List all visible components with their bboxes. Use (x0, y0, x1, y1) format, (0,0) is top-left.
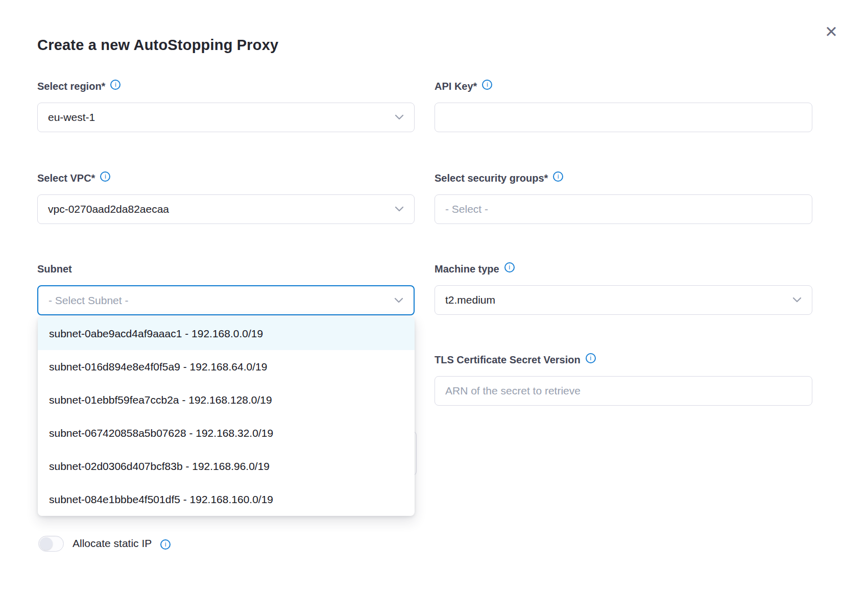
info-icon[interactable]: i (110, 80, 120, 90)
machine-type-field: Machine type i t2.medium (435, 262, 812, 315)
subnet-option[interactable]: subnet-067420858a5b07628 - 192.168.32.0/… (38, 416, 415, 450)
machine-type-select[interactable]: t2.medium (435, 285, 812, 315)
subnet-select[interactable]: - Select Subnet - (37, 285, 415, 315)
allocate-static-ip-toggle[interactable] (38, 536, 64, 552)
info-icon[interactable]: i (482, 80, 492, 90)
vpc-field: Select VPC* i vpc-0270aad2da82aecaa (37, 171, 415, 224)
vpc-label: Select VPC* (37, 171, 95, 185)
region-label: Select region* (37, 80, 105, 93)
subnet-label: Subnet (37, 262, 72, 276)
allocate-static-ip-row: Allocate static IP i (38, 535, 171, 552)
api-key-field: API Key* i (435, 80, 812, 132)
chevron-down-icon (395, 114, 404, 120)
security-groups-select[interactable]: - Select - (435, 194, 812, 224)
subnet-placeholder: - Select Subnet - (49, 294, 128, 307)
info-icon[interactable]: i (586, 353, 596, 363)
info-icon[interactable]: i (160, 539, 171, 550)
chevron-down-icon (395, 206, 404, 212)
allocate-static-ip-label: Allocate static IP (73, 537, 152, 550)
tls-secret-label: TLS Certificate Secret Version (435, 353, 581, 366)
region-field: Select region* i eu-west-1 (37, 80, 415, 132)
subnet-dropdown: subnet-0abe9acd4af9aaac1 - 192.168.0.0/1… (38, 317, 415, 516)
region-select[interactable]: eu-west-1 (37, 103, 415, 132)
tls-secret-input[interactable] (445, 377, 802, 405)
api-key-input[interactable] (445, 103, 802, 132)
info-icon[interactable]: i (100, 171, 110, 182)
info-icon[interactable]: i (504, 262, 515, 272)
security-groups-field: Select security groups* i - Select - (435, 171, 812, 224)
info-icon[interactable]: i (553, 171, 563, 182)
subnet-field: Subnet - Select Subnet - (37, 262, 415, 315)
tls-secret-field: TLS Certificate Secret Version i (435, 353, 812, 406)
subnet-option[interactable]: subnet-01ebbf59fea7ccb2a - 192.168.128.0… (38, 383, 415, 416)
security-groups-placeholder: - Select - (445, 203, 488, 215)
subnet-option[interactable]: subnet-084e1bbbe4f501df5 - 192.168.160.0… (38, 483, 415, 516)
vpc-select[interactable]: vpc-0270aad2da82aecaa (37, 194, 415, 224)
toggle-knob-icon (40, 537, 53, 550)
chevron-down-icon (792, 297, 802, 303)
machine-type-label: Machine type (435, 262, 499, 276)
machine-type-value: t2.medium (445, 294, 495, 306)
page-title: Create a new AutoStopping Proxy (37, 37, 278, 54)
security-groups-label: Select security groups* (435, 171, 548, 185)
close-icon[interactable]: ✕ (819, 19, 843, 44)
vpc-value: vpc-0270aad2da82aecaa (48, 203, 169, 215)
subnet-option[interactable]: subnet-02d0306d407bcf83b - 192.168.96.0/… (38, 450, 415, 483)
api-key-label: API Key* (435, 80, 477, 93)
tls-secret-input-box (435, 376, 812, 406)
subnet-option[interactable]: subnet-016d894e8e4f0f5a9 - 192.168.64.0/… (38, 350, 415, 383)
subnet-option[interactable]: subnet-0abe9acd4af9aaac1 - 192.168.0.0/1… (38, 317, 415, 350)
region-value: eu-west-1 (48, 111, 95, 123)
api-key-input-box (435, 103, 812, 132)
chevron-down-icon (394, 297, 403, 304)
